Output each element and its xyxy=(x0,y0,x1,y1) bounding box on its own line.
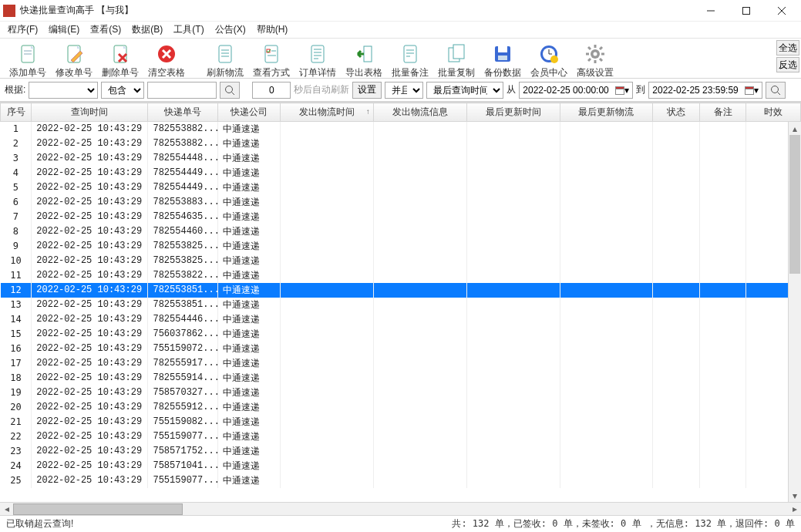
cell xyxy=(280,283,373,298)
cell xyxy=(466,283,560,298)
column-header[interactable]: 序号 xyxy=(1,103,32,122)
minimize-button[interactable] xyxy=(693,0,729,22)
filter-op-select[interactable]: 包含 xyxy=(101,82,144,99)
settings-button[interactable]: 设置 xyxy=(352,82,382,99)
column-header[interactable]: 发出物流信息 xyxy=(373,103,466,122)
calendar-icon: ▾ xyxy=(745,85,759,96)
from-datetime-picker[interactable]: 2022-02-25 00:00:00 ▾ xyxy=(519,82,633,99)
toolbar-batchnote-button[interactable]: 批量备注 xyxy=(387,42,433,77)
cell xyxy=(699,342,745,356)
table-row[interactable]: 192022-02-25 10:43:29758570327...中通速递 xyxy=(1,386,801,400)
menu-item[interactable]: 程序(F) xyxy=(3,22,42,38)
table-row[interactable]: 112022-02-25 10:43:29782553822...中通速递 xyxy=(1,268,801,283)
status-counts: 共: 132 单，已签收: 0 单，未签收: 0 单 ，无信息: 132 单，退… xyxy=(452,517,795,530)
scroll-up-button[interactable]: ▴ xyxy=(789,122,801,135)
toolbar-clear-button[interactable]: 清空表格 xyxy=(143,42,190,77)
table-row[interactable]: 182022-02-25 10:43:29782555914...中通速递 xyxy=(1,371,801,386)
cell xyxy=(466,268,560,283)
menu-item[interactable]: 工具(T) xyxy=(169,22,208,38)
date-search-button[interactable] xyxy=(766,82,786,99)
toolbar-member-button[interactable]: 会员中心 xyxy=(526,42,572,77)
vertical-scrollbar[interactable]: ▴ ▾ xyxy=(788,122,801,502)
column-header[interactable]: 快递公司 xyxy=(218,103,281,122)
table-row[interactable]: 92022-02-25 10:43:29782553825...中通速递 xyxy=(1,239,801,254)
menu-item[interactable]: 帮助(H) xyxy=(252,22,293,38)
svg-rect-22 xyxy=(311,45,324,62)
table-row[interactable]: 82022-02-25 10:43:29782554460...中通速递 xyxy=(1,224,801,239)
horizontal-scrollbar[interactable]: ◂ ▸ xyxy=(0,502,801,515)
table-row[interactable]: 122022-02-25 10:43:29782553851...中通速递 xyxy=(1,283,801,298)
table-row[interactable]: 62022-02-25 10:43:29782553883...中通速递 xyxy=(1,195,801,210)
scroll-right-button[interactable]: ▸ xyxy=(788,503,801,515)
cell: 20 xyxy=(1,400,32,415)
table-row[interactable]: 72022-02-25 10:43:29782554635...中通速递 xyxy=(1,210,801,224)
search-button[interactable] xyxy=(220,82,240,99)
table-row[interactable]: 22022-02-25 10:43:29782553882...中通速递 xyxy=(1,136,801,151)
table-row[interactable]: 12022-02-25 10:43:29782553882...中通速递 xyxy=(1,122,801,136)
toolbar-edit-button[interactable]: 修改单号 xyxy=(51,42,97,77)
to-datetime-picker[interactable]: 2022-02-25 23:59:59 ▾ xyxy=(648,82,762,99)
filter-timefield-select[interactable]: 最后查询时间 xyxy=(426,82,503,99)
column-header[interactable]: 查询时间 xyxy=(32,103,148,122)
toolbar-add-button[interactable]: 添加单号 xyxy=(5,42,51,77)
table-row[interactable]: 102022-02-25 10:43:29782553825...中通速递 xyxy=(1,254,801,268)
toolbar-del-button[interactable]: 删除单号 xyxy=(97,42,143,77)
table-row[interactable]: 132022-02-25 10:43:29782553851...中通速递 xyxy=(1,298,801,312)
toolbar-batchcopy-button[interactable]: 批量复制 xyxy=(433,42,480,77)
maximize-button[interactable] xyxy=(729,0,764,22)
filter-logic-select[interactable]: 并且 xyxy=(385,82,423,99)
table-row[interactable]: 252022-02-25 10:43:29755159077...中通速递 xyxy=(1,473,801,488)
cell xyxy=(466,356,560,371)
toolbar-export-button[interactable]: 导出表格 xyxy=(341,42,387,77)
toolbar-label: 高级设置 xyxy=(577,66,614,79)
table-row[interactable]: 162022-02-25 10:43:29755159072...中通速递 xyxy=(1,342,801,356)
table-row[interactable]: 242022-02-25 10:43:29758571041...中通速递 xyxy=(1,459,801,473)
svg-rect-33 xyxy=(453,45,464,59)
vertical-scroll-thumb[interactable] xyxy=(789,135,800,274)
column-header[interactable]: 时效 xyxy=(746,103,801,122)
menu-item[interactable]: 查看(S) xyxy=(86,22,126,38)
table-row[interactable]: 32022-02-25 10:43:29782554448...中通速递 xyxy=(1,151,801,166)
filter-field-select[interactable] xyxy=(29,82,98,99)
cell: 782555912... xyxy=(148,400,218,415)
menu-item[interactable]: 编辑(E) xyxy=(44,22,84,38)
scroll-down-button[interactable]: ▾ xyxy=(789,489,801,502)
cell: 中通速递 xyxy=(218,298,281,312)
table-row[interactable]: 42022-02-25 10:43:29782554449...中通速递 xyxy=(1,166,801,180)
table-row[interactable]: 152022-02-25 10:43:29756037862...中通速递 xyxy=(1,327,801,342)
cell xyxy=(280,254,373,268)
toolbar-adv-button[interactable]: 高级设置 xyxy=(572,42,618,77)
close-button[interactable] xyxy=(764,0,799,22)
cell: 2022-02-25 10:43:29 xyxy=(32,239,148,254)
menu-item[interactable]: 数据(B) xyxy=(127,22,167,38)
select-all-button[interactable]: 全选 xyxy=(776,40,799,56)
invert-selection-button[interactable]: 反选 xyxy=(776,57,799,72)
toolbar-viewmode-button[interactable]: 查看方式 xyxy=(248,42,294,77)
column-header[interactable]: 快递单号 xyxy=(148,103,218,122)
table-row[interactable]: 52022-02-25 10:43:29782554449...中通速递 xyxy=(1,180,801,195)
table-row[interactable]: 232022-02-25 10:43:29758571752...中通速递 xyxy=(1,444,801,459)
toolbar-detail-button[interactable]: 订单详情 xyxy=(294,42,341,77)
column-header[interactable]: 最后更新时间 xyxy=(466,103,560,122)
cell: 755159077... xyxy=(148,429,218,444)
column-header[interactable]: 发出物流时间↑ xyxy=(280,103,373,122)
column-header[interactable]: 最后更新物流 xyxy=(560,103,653,122)
filter-value-input[interactable] xyxy=(147,82,217,99)
toolbar-backup-button[interactable]: 备份数据 xyxy=(480,42,526,77)
cell xyxy=(280,151,373,166)
table-row[interactable]: 172022-02-25 10:43:29782555917...中通速递 xyxy=(1,356,801,371)
toolbar-refresh-button[interactable]: 刷新物流 xyxy=(202,42,248,77)
table-row[interactable]: 222022-02-25 10:43:29755159077...中通速递 xyxy=(1,429,801,444)
cell xyxy=(560,283,653,298)
table-row[interactable]: 202022-02-25 10:43:29782555912...中通速递 xyxy=(1,400,801,415)
table-row[interactable]: 212022-02-25 10:43:29755159082...中通速递 xyxy=(1,415,801,429)
scroll-left-button[interactable]: ◂ xyxy=(0,503,13,515)
column-header[interactable]: 状态 xyxy=(653,103,699,122)
cell xyxy=(699,136,745,151)
column-header[interactable]: 备注 xyxy=(699,103,745,122)
data-grid[interactable]: 序号查询时间快递单号快递公司发出物流时间↑发出物流信息最后更新时间最后更新物流状… xyxy=(0,103,801,488)
menu-item[interactable]: 公告(X) xyxy=(210,22,251,38)
table-row[interactable]: 142022-02-25 10:43:29782554446...中通速递 xyxy=(1,312,801,327)
horizontal-scroll-thumb[interactable] xyxy=(13,503,183,515)
auto-refresh-count[interactable] xyxy=(252,82,291,99)
